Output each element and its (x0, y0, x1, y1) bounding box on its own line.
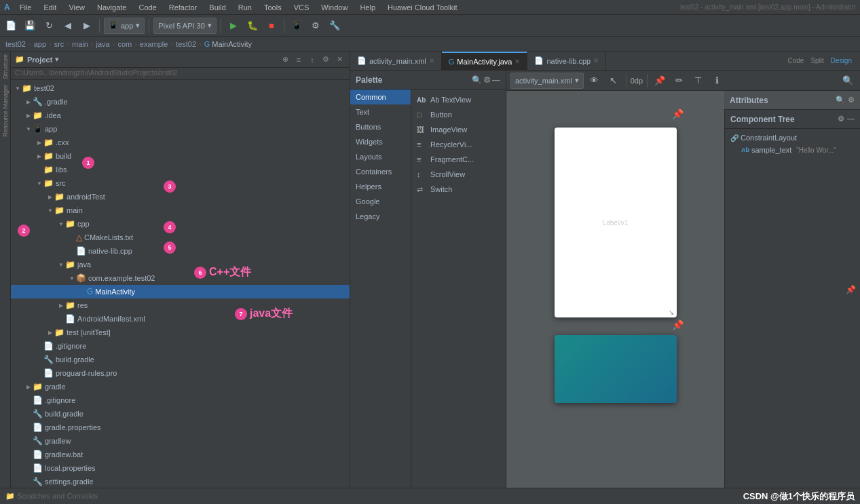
tab-action-code[interactable]: Code (785, 56, 807, 66)
palette-item-textview[interactable]: Ab Ab TextView (411, 92, 506, 107)
menu-code[interactable]: Code (136, 3, 159, 12)
menu-build[interactable]: Build (206, 3, 228, 12)
tree-item-cmakelists[interactable]: ▶ △ CMakeLists.txt (11, 231, 350, 244)
menu-run[interactable]: Run (236, 3, 255, 12)
tree-item-libs[interactable]: ▶ 📁 libs (11, 163, 350, 176)
tree-item-unittest[interactable]: ▶ 📁 test [unitTest] (11, 326, 350, 339)
tree-item-cpp-folder[interactable]: ▼ 📁 cpp (11, 217, 350, 231)
panel-settings-btn[interactable]: ⚙ (320, 54, 332, 66)
toolbar-run-btn[interactable]: ▶ (225, 18, 242, 34)
palette-cat-text[interactable]: Text (350, 104, 411, 119)
menu-file[interactable]: File (17, 3, 35, 12)
tree-item-buildgradle1[interactable]: ▶ 🔧 build.gradle (11, 353, 350, 366)
attributes-search-icon[interactable]: 🔍 (836, 96, 845, 104)
toolbar-back-btn[interactable]: ◀ (60, 18, 76, 34)
designer-pin-btn[interactable]: 📌 (652, 73, 668, 89)
app-dropdown[interactable]: 📱 app ▾ (104, 18, 145, 34)
palette-cat-google[interactable]: Google (350, 194, 411, 209)
tree-item-test02[interactable]: ▼ 📁 test02 (11, 81, 350, 95)
menu-navigate[interactable]: Navigate (94, 3, 129, 12)
palette-item-imageview[interactable]: 🖼 ImageView (411, 122, 506, 137)
breadcrumb-com[interactable]: com (117, 40, 132, 48)
palette-cat-widgets[interactable]: Widgets (350, 134, 411, 149)
toolbar-debug-btn[interactable]: 🐛 (244, 18, 261, 34)
component-tree-minimize-icon[interactable]: — (847, 115, 855, 123)
breadcrumb-src[interactable]: src (54, 40, 64, 48)
tab-action-design[interactable]: Design (828, 56, 855, 66)
panel-sort-btn[interactable]: ≡ (293, 54, 305, 66)
breadcrumb-mainactivity[interactable]: G MainActivity (204, 40, 252, 48)
file-tree[interactable]: ▼ 📁 test02 ▶ 🔧 .gradle ▶ 📁 .idea (11, 80, 350, 488)
side-tab-structure[interactable]: Structure (0, 52, 10, 82)
designer-canvas[interactable]: 📌 Label/v1 ↘ 📌 (506, 91, 724, 488)
breadcrumb-example[interactable]: example (140, 40, 168, 48)
tab-nativelibcpp-close[interactable]: ✕ (593, 57, 599, 64)
bottom-tab-scratches[interactable]: 📁 Scratches and Consoles (5, 492, 98, 501)
toolbar-avd-btn[interactable]: 📱 (288, 18, 305, 34)
breadcrumb-main[interactable]: main (72, 40, 88, 48)
tree-item-gradleprops[interactable]: ▶ 📄 gradle.properties (11, 421, 350, 434)
designer-edit-btn[interactable]: ✏ (671, 73, 687, 89)
toolbar-settings-btn[interactable]: 🔧 (326, 18, 343, 34)
tree-item-main[interactable]: ▼ 📁 main (11, 203, 350, 217)
tree-item-manifest[interactable]: ▶ 📄 AndroidManifest.xml (11, 312, 350, 326)
tree-item-src[interactable]: ▼ 📁 src (11, 176, 350, 190)
toolbar-new-btn[interactable]: 📄 (3, 18, 19, 34)
tree-item-buildgradle2[interactable]: ▶ 🔧 build.gradle (11, 407, 350, 421)
designer-file-dropdown[interactable]: activity_main.xml ▾ (510, 73, 584, 89)
tree-item-gradlew[interactable]: ▶ 🔧 gradlew (11, 434, 350, 448)
breadcrumb-app[interactable]: app (34, 40, 46, 48)
tab-activityxml[interactable]: 📄 activity_main.xml ✕ (350, 52, 442, 71)
project-dropdown-arrow[interactable]: ▾ (55, 55, 59, 64)
tree-node-sampletext[interactable]: Ab sample_text "Hello Wor..." (725, 144, 860, 156)
toolbar-forward-btn[interactable]: ▶ (79, 18, 95, 34)
palette-minimize-icon[interactable]: — (492, 75, 500, 85)
designer-zoom-out-btn[interactable]: 🔍 (840, 73, 856, 89)
toolbar-save-btn[interactable]: 💾 (22, 18, 38, 34)
palette-cat-legacy[interactable]: Legacy (350, 209, 411, 224)
toolbar-stop-btn[interactable]: ■ (263, 18, 280, 34)
tree-item-gradlewbat[interactable]: ▶ 📄 gradlew.bat (11, 448, 350, 461)
tree-item-gitignore1[interactable]: ▶ 📄 .gitignore (11, 339, 350, 353)
palette-item-recyclerview[interactable]: ≡ RecyclerVi... (411, 137, 506, 152)
breadcrumb-test02[interactable]: test02 (5, 40, 26, 48)
tree-item-gradle[interactable]: ▶ 🔧 .gradle (11, 95, 350, 109)
menu-help[interactable]: Help (357, 3, 378, 12)
designer-eye-btn[interactable]: 👁 (586, 73, 603, 89)
palette-cat-common[interactable]: Common (350, 90, 411, 104)
tree-node-constraintlayout[interactable]: 🔗 ConstraintLayout 📌 (725, 132, 860, 144)
menu-vcs[interactable]: VCS (291, 3, 312, 12)
panel-scroll-btn[interactable]: ⊕ (279, 54, 291, 66)
tree-item-package[interactable]: ▼ 📦 com.example.test02 (11, 271, 350, 285)
menu-tools[interactable]: Tools (261, 3, 284, 12)
designer-cursor-btn[interactable]: ↖ (605, 73, 622, 89)
palette-cat-helpers[interactable]: Helpers (350, 179, 411, 194)
breadcrumb-test02b[interactable]: test02 (176, 40, 196, 48)
tree-item-gradleroot[interactable]: ▶ 📁 gradle (11, 380, 350, 393)
panel-sort2-btn[interactable]: ↕ (306, 54, 318, 66)
palette-search-icon[interactable]: 🔍 (472, 75, 482, 85)
palette-cat-containers[interactable]: Containers (350, 164, 411, 179)
tab-activityxml-close[interactable]: ✕ (429, 57, 434, 64)
menu-view[interactable]: View (66, 3, 88, 12)
tree-item-nativelib[interactable]: ▶ 📄 native-lib.cpp (11, 244, 350, 258)
designer-info-btn[interactable]: ℹ (709, 73, 725, 89)
side-tab-resourcemanager[interactable]: Resource Manager (0, 82, 10, 140)
resize-handle[interactable]: ↘ (669, 309, 674, 316)
tree-item-res[interactable]: ▶ 📁 res (11, 298, 350, 312)
tree-item-gitignore2[interactable]: ▶ 📄 .gitignore (11, 393, 350, 407)
tree-item-androidtest[interactable]: ▶ 📁 androidTest (11, 190, 350, 203)
attributes-settings-icon[interactable]: ⚙ (848, 96, 855, 104)
tab-action-split[interactable]: Split (808, 56, 826, 66)
tree-item-proguard[interactable]: ▶ 📄 proguard-rules.pro (11, 366, 350, 380)
menu-huawei[interactable]: Huawei Cloud Toolkit (385, 3, 460, 12)
palette-item-button[interactable]: □ Button (411, 107, 506, 122)
toolbar-sync-btn[interactable]: ↻ (41, 18, 57, 34)
component-tree-settings-icon[interactable]: ⚙ (838, 115, 844, 123)
tree-item-java-folder[interactable]: ▼ 📁 java (11, 258, 350, 271)
palette-cat-buttons[interactable]: Buttons (350, 119, 411, 134)
menu-refactor[interactable]: Refactor (166, 3, 200, 12)
device-dropdown[interactable]: Pixel 5 API 30 ▾ (153, 18, 217, 34)
tree-item-app[interactable]: ▼ 📱 app (11, 122, 350, 136)
panel-close-btn[interactable]: ✕ (333, 54, 345, 66)
